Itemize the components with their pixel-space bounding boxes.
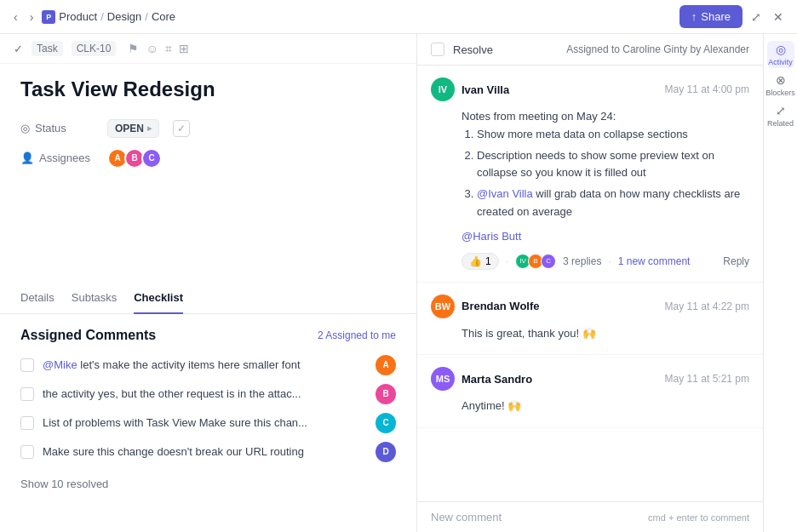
activity-icon: ◎ <box>776 43 786 56</box>
expand-button[interactable]: ⤢ <box>748 7 765 27</box>
emoji-icon[interactable]: ☺ <box>146 42 158 56</box>
related-icon: ⤢ <box>776 104 786 117</box>
replies-link[interactable]: 3 replies <box>563 255 601 267</box>
comment-time-brendan: May 11 at 4:22 pm <box>665 300 749 312</box>
comment-mention-haris: @Haris Butt <box>462 228 749 246</box>
reaction-thumbsup[interactable]: 👍 1 <box>462 253 499 270</box>
close-button[interactable]: ✕ <box>770 7 787 27</box>
nav-back-button[interactable]: ‹ <box>10 9 21 26</box>
checklist-avatar-2: B <box>376 384 396 404</box>
task-title: Task View Redesign <box>20 77 396 102</box>
tab-checklist[interactable]: Checklist <box>134 283 183 314</box>
comment-thread-3: MS Marta Sandro May 11 at 5:21 pm Anytim… <box>417 355 763 428</box>
product-icon: P <box>42 10 55 24</box>
checklist-header: Assigned Comments 2 Assigned to me <box>20 328 396 343</box>
status-badge[interactable]: OPEN ▸ <box>107 119 159 138</box>
reply-avatar-3: C <box>541 254 556 269</box>
flag-icon[interactable]: ⚑ <box>128 42 139 56</box>
breadcrumb-core[interactable]: Core <box>152 10 175 23</box>
checklist-checkbox-3[interactable] <box>20 416 34 430</box>
share-icon: ↑ <box>691 10 697 23</box>
nav-forward-button[interactable]: › <box>26 9 37 26</box>
tab-details[interactable]: Details <box>20 283 54 314</box>
reply-button[interactable]: Reply <box>723 255 749 267</box>
comment-footer-ivan: 👍 1 · IV B C 3 replies · 1 new comment R… <box>431 253 749 270</box>
reply-avatars: IV B C <box>515 254 556 269</box>
comment-body-ivan: Notes from meeting on May 24: Show more … <box>431 108 749 246</box>
assignees-row: 👤 Assignees A B C <box>20 148 396 169</box>
checklist-text-2: the activity yes, but the other request … <box>43 387 367 400</box>
checklist-avatar-3: C <box>376 413 396 433</box>
top-bar: ‹ › P Product / Design / Core ↑ Share ⤢ … <box>0 0 797 34</box>
resolve-label: Resolve <box>453 43 493 56</box>
comment-thread-1: IV Ivan Villa May 11 at 4:00 pm Notes fr… <box>417 66 763 283</box>
image-icon[interactable]: ⊞ <box>179 42 189 56</box>
blockers-icon: ⊗ <box>776 73 786 87</box>
comments-area: IV Ivan Villa May 11 at 4:00 pm Notes fr… <box>417 66 763 501</box>
reaction-emoji: 👍 <box>469 255 482 267</box>
comment-header-2: BW Brendan Wolfe May 11 at 4:22 pm <box>431 295 749 318</box>
new-comment-input[interactable] <box>431 511 639 523</box>
list-item-1: Show more meta data on collapse sections <box>477 126 749 144</box>
list-item-3: @Ivan Villa will grab data on how many c… <box>477 186 749 221</box>
checklist-text-4: Make sure this change doesn't break our … <box>43 445 367 458</box>
task-meta-icons: ⚑ ☺ ⌗ ⊞ <box>128 42 188 56</box>
checklist-item: List of problems with Task View Make sur… <box>20 413 396 433</box>
activity-label: Activity <box>768 58 793 66</box>
checklist-checkbox-2[interactable] <box>20 387 34 401</box>
breadcrumb-product[interactable]: Product <box>59 10 97 23</box>
task-id-label: CLK-10 <box>72 41 117 56</box>
assigned-link[interactable]: 2 Assigned to me <box>318 329 396 341</box>
comment-author-brendan: Brendan Wolfe <box>462 300 540 312</box>
sidebar-activity-button[interactable]: ◎ Activity <box>767 41 794 68</box>
assignees-field-label: 👤 Assignees <box>20 152 97 164</box>
status-field-label: ◎ Status <box>20 122 97 134</box>
comment-time-marta: May 11 at 5:21 pm <box>665 373 749 385</box>
status-value: OPEN <box>115 123 144 134</box>
comment-list: Show more meta data on collapse sections… <box>462 126 749 221</box>
checklist-checkbox-1[interactable] <box>20 358 34 372</box>
tabs: Details Subtasks Checklist <box>0 283 416 314</box>
sidebar-blockers-button[interactable]: ⊗ Blockers <box>767 72 794 99</box>
comment-text-marta: Anytime! 🙌 <box>462 398 749 415</box>
checklist-item: the activity yes, but the other request … <box>20 384 396 404</box>
resolve-assigned: Assigned to Caroline Ginty by Alexander <box>566 43 749 55</box>
comment-body-marta: Anytime! 🙌 <box>431 398 749 415</box>
new-comment-hint: cmd + enter to comment <box>648 512 749 523</box>
list-item-2: Description needs to show some preview t… <box>477 147 749 183</box>
comment-body-brendan: This is great, thank you! 🙌 <box>431 325 749 343</box>
breadcrumb-design[interactable]: Design <box>107 10 141 23</box>
assignee-avatars[interactable]: A B C <box>107 148 162 169</box>
right-sidebar: ◎ Activity ⊗ Blockers ⤢ Related <box>763 34 797 532</box>
tab-subtasks[interactable]: Subtasks <box>72 283 117 314</box>
share-button[interactable]: ↑ Share <box>679 5 743 28</box>
new-comment-link[interactable]: 1 new comment <box>618 255 691 267</box>
task-meta-bar: ✓ Task CLK-10 ⚑ ☺ ⌗ ⊞ <box>0 34 416 64</box>
top-bar-left: ‹ › P Product / Design / Core <box>10 9 175 26</box>
status-check-button[interactable]: ✓ <box>173 120 190 137</box>
checklist-text-3: List of problems with Task View Make sur… <box>43 416 367 429</box>
blockers-label: Blockers <box>765 89 795 97</box>
checklist-text-1: @Mike let's make the activity items here… <box>43 358 367 371</box>
activity-content: Resolve Assigned to Caroline Ginty by Al… <box>417 34 763 532</box>
comment-avatar-marta: MS <box>431 367 455 391</box>
comment-author-ivan: Ivan Villa <box>462 83 509 96</box>
related-label: Related <box>767 119 794 128</box>
checklist-avatar-1: A <box>376 355 396 375</box>
resolve-checkbox[interactable] <box>431 43 444 56</box>
checklist-checkbox-4[interactable] <box>20 445 34 459</box>
checklist-item: Make sure this change doesn't break our … <box>20 442 396 462</box>
show-resolved-link[interactable]: Show 10 resolved <box>20 478 108 490</box>
reaction-count: 1 <box>485 255 491 267</box>
comment-time-ivan: May 11 at 4:00 pm <box>665 83 749 95</box>
checklist-area: Assigned Comments 2 Assigned to me @Mike… <box>0 314 416 533</box>
task-type-icon: ✓ <box>14 43 23 55</box>
status-arrow-icon: ▸ <box>147 123 152 133</box>
assignees-label-text: Assignees <box>39 152 90 164</box>
comment-thread-2: BW Brendan Wolfe May 11 at 4:22 pm This … <box>417 283 763 356</box>
tag-icon[interactable]: ⌗ <box>165 42 172 56</box>
left-panel: ✓ Task CLK-10 ⚑ ☺ ⌗ ⊞ Task View Redesign… <box>0 34 417 532</box>
sidebar-related-button[interactable]: ⤢ Related <box>767 102 794 129</box>
mention-haris[interactable]: @Haris Butt <box>462 230 521 243</box>
assignee-icon: 👤 <box>20 152 34 164</box>
